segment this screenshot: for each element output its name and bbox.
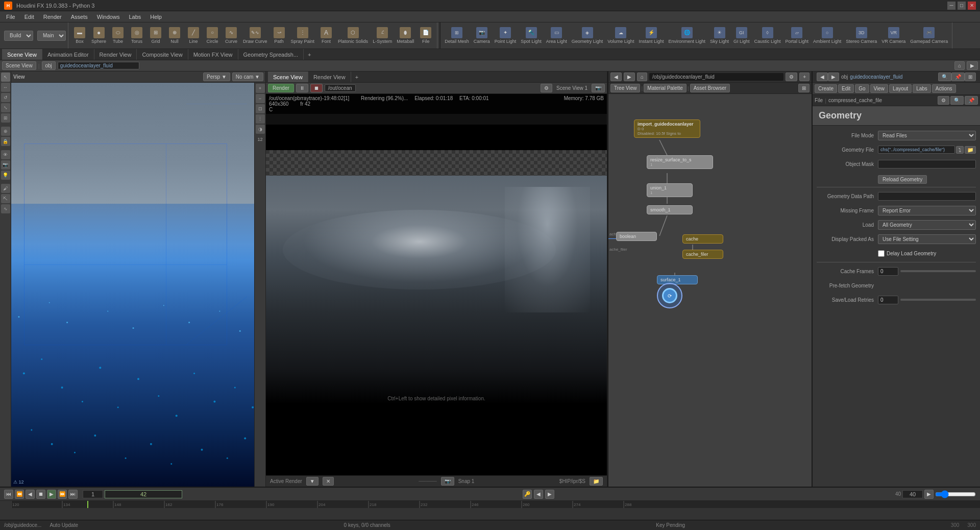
instant-light-button[interactable]: ⚡ Instant Light	[636, 23, 666, 48]
timeline-track[interactable]: 120 134 148 162 176 190 204 218	[11, 501, 980, 520]
object-mask-input[interactable]	[878, 160, 976, 168]
scale-tool[interactable]: ⤡	[1, 103, 10, 112]
menu-help[interactable]: Help	[146, 13, 166, 21]
props-layout-btn[interactable]: Layout	[889, 84, 912, 93]
tab-scene-view-2[interactable]: Scene View	[268, 71, 308, 82]
viewport-3d[interactable]: ⚠ 12	[11, 83, 265, 487]
reload-geometry-btn[interactable]: Reload Geometry	[878, 175, 927, 184]
render-settings-btn[interactable]: ⚙	[541, 84, 552, 92]
save-load-retries-slider[interactable]	[900, 299, 976, 301]
stop-btn[interactable]: ⏹	[36, 490, 45, 499]
props-back-btn[interactable]: ◀	[817, 73, 828, 81]
node-cache-filter[interactable]: cache_filer	[682, 250, 723, 259]
node-graph-fwd-btn[interactable]: ▶	[624, 73, 635, 81]
node-resize[interactable]: resize_surface_to_s 1	[647, 155, 713, 169]
node-union[interactable]: union_1 1	[647, 183, 693, 197]
node-path-input[interactable]	[58, 62, 139, 69]
snap-btn[interactable]: 📷	[592, 84, 605, 92]
node-surface[interactable]: surface_1	[657, 275, 698, 284]
torus-button[interactable]: ◎ Torus	[128, 23, 146, 48]
props-actions-btn[interactable]: Actions	[932, 84, 956, 93]
menu-windows[interactable]: Windows	[93, 13, 124, 21]
asset-browser-btn[interactable]: Asset Browser	[690, 84, 730, 92]
null-button[interactable]: ⊕ Null	[165, 23, 184, 48]
caustic-light-button[interactable]: ◊ Caustic Light	[752, 23, 783, 48]
props-search-btn[interactable]: 🔍	[938, 73, 951, 81]
camera-button[interactable]: 📷 Camera	[472, 23, 492, 48]
point-light-button[interactable]: ✦ Point Light	[493, 23, 519, 48]
node-smooth[interactable]: smooth_1	[647, 205, 693, 214]
node-import[interactable]: import_guidedoceanlayer D 0DIsabled: 10.…	[634, 119, 700, 138]
next-key-btn[interactable]: ▶	[545, 490, 554, 499]
tab-render-view-2[interactable]: Render View	[308, 71, 351, 82]
dynamics-tool[interactable]: ∿	[1, 204, 10, 213]
maximize-button[interactable]: □	[958, 2, 966, 10]
props-pin-btn[interactable]: 📌	[951, 73, 965, 81]
node-graph-settings-btn[interactable]: ⚙	[786, 73, 797, 81]
props-create-btn[interactable]: Create	[815, 84, 837, 93]
geometry-file-browse-btn[interactable]: ⤵	[956, 146, 964, 154]
load-dropdown[interactable]: All Geometry Bounding Box Points Only	[878, 220, 976, 230]
render-pause-btn[interactable]: ⏸	[296, 84, 308, 92]
active-render-dropdown[interactable]: ▼	[306, 477, 318, 486]
node-boolean[interactable]: boolean	[616, 232, 657, 241]
add-render-tab[interactable]: +	[351, 73, 362, 82]
camera-selector[interactable]: Persp ▼	[203, 73, 230, 81]
frame-slider[interactable]	[935, 491, 976, 497]
step-back-btn[interactable]: ⏪	[15, 490, 24, 499]
volume-light-button[interactable]: ☁ Volume Light	[605, 23, 636, 48]
home-btn[interactable]: ⌂	[954, 61, 965, 70]
tree-view-btn[interactable]: Tree View	[610, 84, 640, 92]
gamepad-camera-button[interactable]: 🎮 Gamepad Camera	[908, 23, 950, 48]
tab-motion-fx[interactable]: Motion FX View	[188, 49, 238, 60]
step-fwd-btn[interactable]: ⏩	[58, 490, 67, 499]
cam-label-btn[interactable]: No cam ▼	[232, 73, 263, 81]
move-tool[interactable]: ↔	[1, 83, 10, 92]
props-view-btn[interactable]: View	[870, 84, 889, 93]
geometry-data-path-input[interactable]	[878, 192, 976, 201]
snap-camera-btn[interactable]: 📷	[441, 477, 454, 486]
menu-assets[interactable]: Assets	[67, 13, 92, 21]
menu-labs[interactable]: Labs	[125, 13, 145, 21]
stereo-camera-button[interactable]: 3D Stereo Camera	[844, 23, 879, 48]
l-system-button[interactable]: 𝓛 L-System	[371, 23, 394, 48]
tab-geometry-spreadsheet[interactable]: Geometry Spreadsh...	[238, 49, 304, 60]
grid-button[interactable]: ⊞ Grid	[146, 23, 165, 48]
props-edit-btn[interactable]: Edit	[838, 84, 854, 93]
sculpt-tool[interactable]: ⛏	[1, 194, 10, 203]
material-palette-btn[interactable]: Material Palette	[644, 84, 686, 92]
props-fwd-btn[interactable]: ▶	[828, 73, 839, 81]
tab-scene-view[interactable]: Scene View	[2, 49, 42, 60]
ambient-light-button[interactable]: ○ Ambient Light	[811, 23, 843, 48]
node-cache[interactable]: cache	[682, 234, 723, 244]
render-button[interactable]: Render	[268, 84, 294, 92]
zoom-out-btn[interactable]: −	[256, 94, 265, 103]
fit-btn[interactable]: ⊡	[256, 104, 265, 113]
props-search-btn-2[interactable]: 🔍	[950, 96, 964, 105]
node-graph-home-btn[interactable]: ⌂	[637, 73, 647, 81]
props-labs-btn[interactable]: Labs	[913, 84, 931, 93]
metaball-button[interactable]: ⬮ Metaball	[395, 23, 416, 48]
detail-mesh-button[interactable]: ⊞ Detail Mesh	[443, 23, 471, 48]
rotate-tool[interactable]: ↺	[1, 93, 10, 102]
menu-file[interactable]: File	[2, 13, 19, 21]
props-gear-btn[interactable]: ⚙	[938, 96, 949, 105]
grid-toggle-btn[interactable]: ⋮	[256, 114, 265, 124]
path-button[interactable]: ⤻ Path	[270, 23, 288, 48]
draw-curve-button[interactable]: ✎∿ Draw Curve	[241, 23, 270, 48]
shading-btn[interactable]: ◑	[256, 125, 265, 134]
geometry-light-button[interactable]: ◈ Geometry Light	[570, 23, 605, 48]
missing-frame-dropdown[interactable]: Report Error Closest Frame Black Frame	[878, 206, 976, 215]
circle-button[interactable]: ○ Circle	[203, 23, 222, 48]
view-tool[interactable]: 👁	[1, 150, 10, 159]
key-btn[interactable]: 🔑	[523, 490, 532, 499]
node-graph-area[interactable]: import_guidedoceanlayer D 0DIsabled: 10.…	[608, 94, 812, 487]
play-fwd-btn[interactable]: ▶	[47, 490, 56, 499]
cam-tool[interactable]: 📷	[1, 160, 10, 170]
minimize-button[interactable]: ─	[947, 2, 955, 10]
zoom-in-btn[interactable]: +	[256, 84, 265, 93]
prev-key-btn[interactable]: ◀	[534, 490, 543, 499]
vr-camera-button[interactable]: VR VR Camera	[879, 23, 908, 48]
line-button[interactable]: ╱ Line	[184, 23, 203, 48]
lock-tool[interactable]: 🔒	[1, 137, 10, 146]
